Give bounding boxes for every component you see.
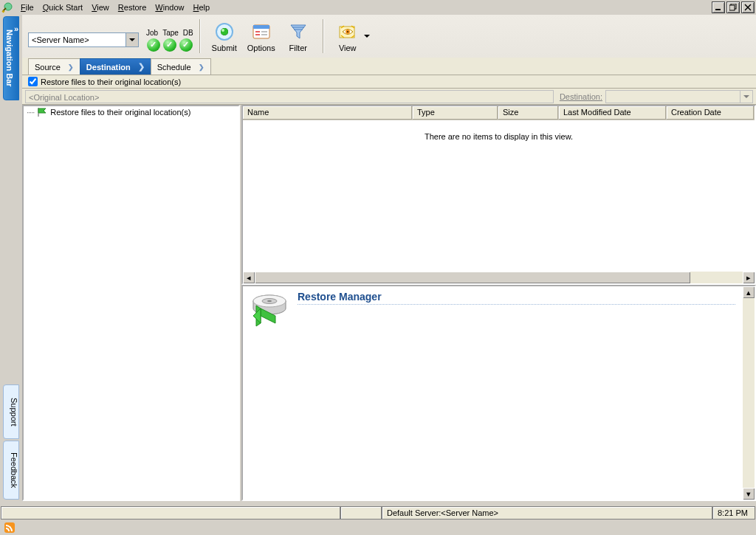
scroll-track[interactable]	[690, 272, 743, 283]
options-icon	[251, 21, 272, 42]
content-area: ····· Restore files to their original lo…	[22, 105, 756, 501]
rss-icon[interactable]	[4, 522, 15, 533]
restore-original-row: Restore files to their original location…	[22, 75, 756, 89]
tab-label: Schedule	[157, 63, 191, 72]
scroll-thumb[interactable]	[255, 272, 690, 283]
status-default-server: Default Server:<Server Name>	[382, 506, 712, 520]
chevron-down-icon	[129, 38, 135, 41]
svg-rect-13	[261, 31, 267, 32]
view-dropdown-button[interactable]	[363, 35, 371, 38]
scroll-left-button[interactable]: ◂	[243, 272, 255, 283]
status-cell-empty-2	[340, 506, 382, 520]
toolbar: <Server Name> Job Tape DB Submit	[22, 15, 756, 58]
menu-view[interactable]: View	[87, 1, 114, 13]
app-icon	[1, 1, 13, 13]
chevron-right-icon: ❯	[199, 63, 205, 71]
menu-help[interactable]: Help	[189, 1, 215, 13]
vtab-support[interactable]: Support	[3, 384, 19, 439]
scroll-track[interactable]	[743, 298, 755, 488]
toolbar-separator	[323, 19, 323, 53]
filter-label: Filter	[289, 44, 306, 52]
location-row: <Original Location> Destination:	[22, 89, 756, 105]
led-label-db: DB	[183, 29, 193, 37]
tree-connector: ·····	[27, 108, 34, 117]
svg-point-19	[347, 31, 348, 32]
horizontal-scrollbar[interactable]: ◂ ▸	[243, 272, 755, 283]
restore-button[interactable]	[726, 1, 740, 13]
column-header-last-modified[interactable]: Last Modified Date	[559, 106, 667, 120]
tree-pane[interactable]: ····· Restore files to their original lo…	[22, 105, 240, 501]
scroll-up-button[interactable]: ▴	[743, 286, 755, 298]
destination-label: Destination:	[557, 92, 605, 101]
vtab-feedback[interactable]: Feedback	[3, 441, 19, 500]
scroll-right-button[interactable]: ▸	[743, 272, 755, 283]
status-led-db[interactable]	[179, 38, 193, 52]
led-label-tape: Tape	[162, 29, 179, 37]
column-header-size[interactable]: Size	[498, 106, 559, 120]
view-icon	[337, 21, 358, 42]
menubar: File Quick Start View Restore Window Hel…	[0, 0, 756, 15]
tree-root-node[interactable]: ····· Restore files to their original lo…	[24, 106, 238, 118]
vtab-navigation-bar[interactable]: » Navigation Bar	[3, 16, 19, 100]
tab-source[interactable]: Source ❯	[28, 58, 80, 75]
server-name-combo[interactable]: <Server Name>	[28, 32, 139, 47]
tab-row: Source ❯ Destination ❯ Schedule ❯	[22, 58, 756, 75]
chevron-right-icon: »	[14, 24, 18, 33]
restore-manager-title: Restore Manager	[298, 291, 735, 305]
svg-rect-12	[255, 34, 260, 35]
column-header-creation-date[interactable]: Creation Date	[667, 106, 755, 120]
menu-window[interactable]: Window	[151, 1, 188, 13]
submit-button[interactable]: Submit	[206, 15, 243, 57]
column-header-type[interactable]: Type	[413, 106, 498, 120]
chevron-right-icon: ❯	[68, 63, 74, 71]
svg-rect-10	[253, 25, 269, 29]
vertical-scrollbar[interactable]: ▴ ▾	[743, 286, 755, 500]
flag-icon	[37, 108, 47, 117]
minimize-button[interactable]	[712, 1, 725, 13]
list-pane: Name Type Size Last Modified Date Creati…	[241, 105, 756, 285]
rss-bar	[0, 520, 756, 535]
tab-destination[interactable]: Destination ❯	[80, 58, 151, 75]
svg-rect-4	[729, 5, 735, 10]
restore-original-checkbox[interactable]	[28, 77, 38, 86]
original-location-field: <Original Location>	[25, 90, 554, 103]
filter-button[interactable]: Filter	[280, 15, 317, 57]
view-button[interactable]: View	[329, 15, 366, 57]
destination-dropdown-button[interactable]	[740, 91, 752, 103]
svg-rect-11	[255, 31, 260, 32]
menu-restore[interactable]: Restore	[114, 1, 151, 13]
column-header-name[interactable]: Name	[243, 106, 413, 120]
options-button[interactable]: Options	[243, 15, 280, 57]
status-led-job[interactable]	[147, 38, 160, 52]
destination-combo[interactable]	[605, 90, 753, 103]
svg-point-7	[221, 28, 228, 35]
menu-quick-start[interactable]: Quick Start	[38, 1, 87, 13]
svg-rect-14	[261, 34, 267, 35]
menu-file[interactable]: File	[16, 1, 38, 13]
vtab-label: Feedback	[10, 452, 18, 488]
status-time: 8:21 PM	[712, 506, 755, 520]
server-name-value: <Server Name>	[29, 35, 126, 44]
status-led-tape[interactable]	[163, 38, 176, 52]
info-pane: Restore Manager ▴ ▾	[241, 285, 756, 501]
toolbar-separator	[199, 19, 200, 53]
restore-manager-icon	[250, 291, 292, 331]
server-name-group: <Server Name>	[28, 15, 139, 58]
vtab-label: Navigation Bar	[5, 30, 14, 87]
led-label-job: Job	[146, 29, 158, 37]
svg-rect-2	[715, 9, 721, 10]
tab-schedule[interactable]: Schedule ❯	[151, 58, 211, 75]
vtab-label: Support	[10, 398, 18, 427]
chevron-down-icon	[743, 95, 749, 98]
options-label: Options	[247, 44, 275, 52]
info-body: Restore Manager	[243, 286, 743, 500]
filter-icon	[288, 21, 309, 42]
window-controls	[710, 1, 755, 13]
list-header: Name Type Size Last Modified Date Creati…	[243, 106, 755, 120]
submit-icon	[214, 21, 235, 42]
svg-point-23	[267, 300, 272, 302]
scroll-down-button[interactable]: ▾	[743, 488, 755, 500]
empty-list-text: There are no items to display in this vi…	[425, 132, 573, 141]
close-button[interactable]	[741, 1, 755, 13]
server-name-dropdown-button[interactable]	[126, 33, 138, 46]
